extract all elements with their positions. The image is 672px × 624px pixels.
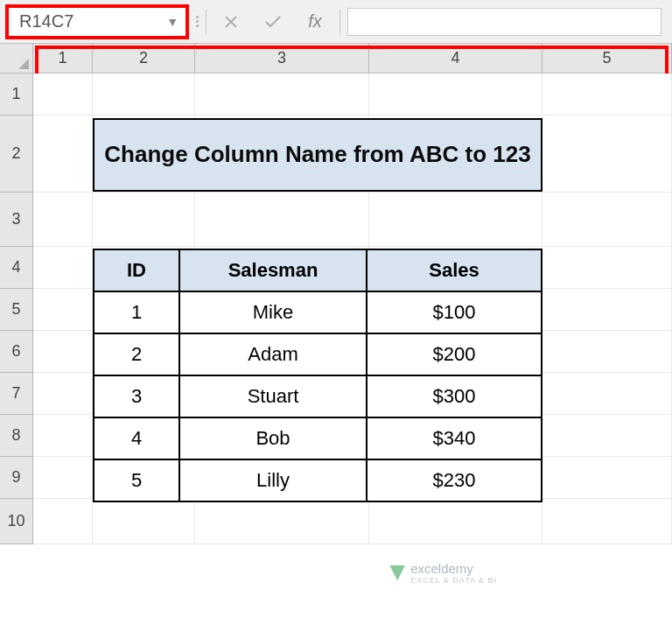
title-text: Change Column Name from ABC to 123 (104, 140, 530, 170)
separator (206, 10, 206, 34)
row-header[interactable]: 3 (0, 193, 33, 247)
name-box-value: R14C7 (19, 11, 74, 32)
cell-sales[interactable]: $300 (367, 375, 542, 417)
table-row: 3 Stuart $300 (94, 375, 542, 417)
separator (340, 10, 340, 34)
cell-id[interactable]: 5 (94, 459, 179, 501)
row-header[interactable]: 9 (0, 457, 33, 499)
row-header[interactable]: 8 (0, 415, 33, 457)
name-box[interactable]: R14C7 ▼ (5, 4, 189, 39)
cell-salesman[interactable]: Bob (179, 417, 367, 459)
cell-id[interactable]: 3 (94, 375, 179, 417)
column-header[interactable]: 3 (195, 44, 369, 74)
cell-sales[interactable]: $100 (367, 291, 542, 333)
col-header-id: ID (94, 249, 179, 291)
column-header[interactable]: 1 (33, 44, 93, 74)
drag-handle-icon (196, 16, 199, 27)
formula-bar: R14C7 ▼ fx (0, 0, 672, 44)
confirm-button[interactable] (256, 8, 290, 36)
cancel-button[interactable] (214, 8, 248, 36)
table-row: 5 Lilly $230 (94, 459, 542, 501)
cell-salesman[interactable]: Lilly (179, 459, 367, 501)
brand-tagline: EXCEL & DATA & BI (410, 576, 497, 585)
title-banner: Change Column Name from ABC to 123 (93, 118, 542, 192)
row-header[interactable]: 10 (0, 499, 33, 544)
cell-salesman[interactable]: Mike (179, 291, 367, 333)
table-row: 2 Adam $200 (94, 333, 542, 375)
column-header[interactable]: 5 (542, 44, 672, 74)
row-header[interactable]: 6 (0, 331, 33, 373)
cell-sales[interactable]: $230 (367, 459, 542, 501)
cell-sales[interactable]: $200 (367, 333, 542, 375)
brand-logo-icon (389, 565, 405, 581)
cell-id[interactable]: 1 (94, 291, 179, 333)
col-header-salesman: Salesman (179, 249, 367, 291)
row-header[interactable]: 4 (0, 247, 33, 289)
row-header[interactable]: 5 (0, 289, 33, 331)
table-header-row: ID Salesman Sales (94, 249, 542, 291)
data-table: ID Salesman Sales 1 Mike $100 2 Adam $20… (93, 249, 542, 502)
cell-sales[interactable]: $340 (367, 417, 542, 459)
column-header[interactable]: 2 (93, 44, 195, 74)
chevron-down-icon[interactable]: ▼ (166, 15, 178, 29)
check-icon (263, 14, 283, 30)
cell-salesman[interactable]: Adam (179, 333, 367, 375)
x-icon (223, 14, 239, 30)
fx-button[interactable]: fx (298, 8, 332, 36)
cell-id[interactable]: 2 (94, 333, 179, 375)
row-header[interactable]: 1 (0, 74, 33, 116)
table-row: 4 Bob $340 (94, 417, 542, 459)
spreadsheet-grid[interactable]: 1 2 3 4 5 (0, 44, 672, 74)
fx-label: fx (308, 11, 322, 32)
formula-input[interactable] (347, 8, 662, 36)
col-header-sales: Sales (367, 249, 542, 291)
row-header[interactable]: 7 (0, 373, 33, 415)
table-row: 1 Mike $100 (94, 291, 542, 333)
cell-id[interactable]: 4 (94, 417, 179, 459)
watermark: exceldemy EXCEL & DATA & BI (389, 561, 497, 585)
column-header[interactable]: 4 (369, 44, 542, 74)
brand-name: exceldemy (410, 561, 473, 576)
cell-salesman[interactable]: Stuart (179, 375, 367, 417)
select-all-corner[interactable] (0, 44, 33, 74)
row-header[interactable]: 2 (0, 116, 33, 193)
